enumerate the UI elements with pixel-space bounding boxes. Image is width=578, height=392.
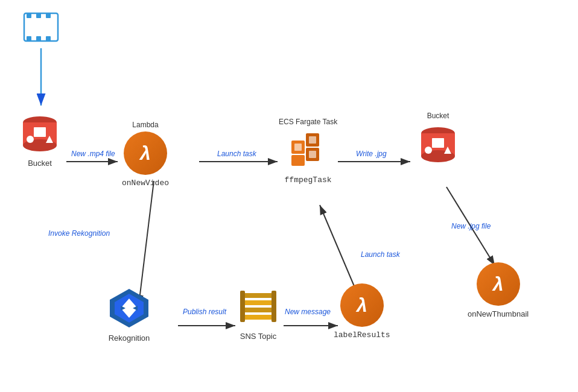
sns-label: SNS Topic xyxy=(240,332,276,341)
rekognition-node: Rekognition xyxy=(107,286,151,343)
diagram: New .mp4 file Launch task Write .jpg Inv… xyxy=(0,0,578,392)
bucket1-icon xyxy=(18,112,62,155)
svg-rect-46 xyxy=(244,315,273,320)
lambda-labelresults-node: λ labelResults xyxy=(334,283,390,340)
lambda-labelresults-icon: λ xyxy=(340,283,384,327)
svg-rect-28 xyxy=(291,155,305,166)
svg-rect-35 xyxy=(432,138,444,148)
svg-rect-29 xyxy=(294,144,302,151)
svg-rect-14 xyxy=(36,13,41,18)
svg-rect-13 xyxy=(27,13,31,18)
svg-rect-31 xyxy=(309,151,316,158)
lambda-onnewthumbnail-label: onNewThumbnail xyxy=(468,309,529,318)
video-node xyxy=(23,12,59,42)
lambda-onnewvideo-node: Lambda λ onNewVideo xyxy=(122,121,169,188)
ecs-sublabel: ECS Fargate Task xyxy=(279,118,337,126)
svg-point-23 xyxy=(27,136,34,143)
bucket2-icon xyxy=(416,122,460,166)
lambda-onnewvideo-icon: λ xyxy=(124,131,167,175)
svg-rect-48 xyxy=(272,291,276,322)
lambda-onnewthumbnail-node: λ onNewThumbnail xyxy=(468,262,529,318)
rekognition-label: Rekognition xyxy=(109,334,150,343)
svg-rect-17 xyxy=(36,36,41,41)
svg-rect-43 xyxy=(244,293,273,298)
svg-rect-47 xyxy=(240,291,245,322)
bucket2-node: Bucket xyxy=(416,112,460,166)
svg-rect-30 xyxy=(309,136,316,144)
label-new-jpg: New .jpg file xyxy=(451,222,491,230)
sns-icon xyxy=(237,285,280,328)
ecs-node: ECS Fargate Task ffmpegTask xyxy=(279,118,337,185)
svg-rect-22 xyxy=(34,127,46,137)
label-launch-task-1: Launch task xyxy=(217,150,256,158)
bucket1-label: Bucket xyxy=(28,159,52,168)
sns-node: SNS Topic xyxy=(237,285,280,341)
lambda-onnewvideo-sublabel: Lambda xyxy=(132,121,158,129)
bucket1-node: Bucket xyxy=(18,112,62,168)
svg-rect-45 xyxy=(244,308,273,312)
svg-rect-18 xyxy=(46,36,51,41)
svg-rect-44 xyxy=(244,300,273,305)
rekognition-icon xyxy=(107,286,151,330)
lambda-labelresults-label: labelResults xyxy=(334,330,390,340)
label-write-jpg: Write .jpg xyxy=(356,150,387,158)
svg-point-36 xyxy=(425,147,432,154)
ecs-icon xyxy=(287,128,330,172)
ecs-label: ffmpegTask xyxy=(285,175,332,185)
label-new-message: New message xyxy=(285,308,331,316)
svg-rect-15 xyxy=(46,13,51,18)
lambda-onnewthumbnail-icon: λ xyxy=(477,262,520,306)
label-launch-task-2: Launch task xyxy=(361,250,400,259)
lambda-onnewvideo-label: onNewVideo xyxy=(122,179,169,188)
arrows-svg xyxy=(0,0,578,392)
label-new-mp4: New .mp4 file xyxy=(71,150,115,158)
video-icon xyxy=(23,12,59,42)
label-publish-result: Publish result xyxy=(183,308,226,316)
label-invoke-rekognition: Invoke Rekognition xyxy=(48,229,110,238)
svg-rect-16 xyxy=(27,36,31,41)
bucket2-sublabel: Bucket xyxy=(427,112,449,120)
